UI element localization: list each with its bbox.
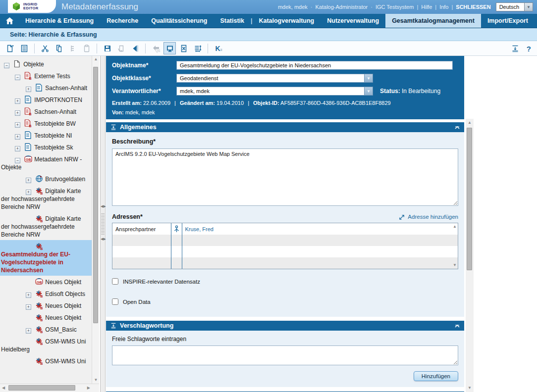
section-header-verschlagwortung[interactable]: Verschlagwortung bbox=[106, 321, 464, 331]
free-keywords-textarea[interactable] bbox=[112, 345, 458, 365]
address-row-empty[interactable] bbox=[112, 257, 458, 269]
scroll-right-arrow[interactable]: ▶ bbox=[87, 386, 90, 390]
objektname-input[interactable] bbox=[176, 61, 453, 70]
nav-item-hierarchie[interactable]: Hierarchie & Erfassung bbox=[19, 14, 100, 28]
verantwortlicher-select[interactable] bbox=[176, 87, 365, 96]
expand-expander-icon[interactable] bbox=[26, 178, 31, 183]
objektklasse-dropdown-button[interactable]: ▼ bbox=[365, 74, 373, 83]
tree-item-digitale-karte-1[interactable]: B Digitale Karte der hochwassergefaehrde… bbox=[0, 185, 92, 212]
tree-item-externe-tests[interactable]: B Externe Tests bbox=[0, 70, 92, 82]
address-row-empty[interactable] bbox=[112, 246, 458, 257]
tree-item-objekte[interactable]: Objekte bbox=[0, 58, 92, 70]
tree-item-digitale-karte-2[interactable]: B Digitale Karte der hochwassergefaehrde… bbox=[0, 212, 92, 240]
copy-button[interactable] bbox=[53, 42, 65, 54]
collapse-section-icon[interactable] bbox=[454, 125, 460, 130]
nav-item-katalogverwaltung[interactable]: Katalogverwaltung bbox=[252, 14, 321, 28]
inspire-checkbox[interactable] bbox=[112, 278, 118, 285]
expand-expander-icon[interactable] bbox=[15, 134, 20, 140]
tree-item-testobjekte-ni[interactable]: Testobjekte NI bbox=[0, 129, 92, 141]
save-button[interactable] bbox=[101, 42, 113, 54]
tree-item-metadaten-nrw[interactable]: GB Metadaten NRW - Objekte bbox=[0, 153, 92, 173]
nav-item-nutzerverwaltung[interactable]: Nutzerverwaltung bbox=[321, 14, 385, 28]
opendata-checkbox[interactable] bbox=[112, 298, 118, 305]
splitter-collapse-arrows[interactable]: ◀▶ bbox=[101, 204, 105, 208]
expand-expander-icon[interactable] bbox=[26, 293, 31, 298]
expand-expander-icon[interactable] bbox=[26, 328, 31, 334]
collapse-expander-icon[interactable] bbox=[4, 63, 9, 68]
preview-document-button[interactable] bbox=[18, 42, 30, 54]
help-icon[interactable]: ? bbox=[527, 45, 531, 53]
address-name-cell[interactable]: Kruse, Fred bbox=[182, 223, 458, 235]
beschreibung-textarea[interactable]: ArcIMS 9.2.0 EU-Vogelschutzgebiete Web M… bbox=[112, 148, 458, 206]
tree-item-brutvogeldaten[interactable]: Brutvogeldaten bbox=[0, 173, 92, 185]
add-keyword-button[interactable]: Hinzufügen bbox=[414, 371, 458, 381]
section-header-allgemeines[interactable]: Allgemeines bbox=[106, 122, 464, 132]
delete-object-button[interactable] bbox=[177, 42, 190, 54]
tree-item-osm-basic[interactable]: B OSM_Basic bbox=[0, 323, 92, 335]
expand-expander-icon[interactable] bbox=[15, 122, 20, 128]
tree-item-label: Testobjekte NI bbox=[34, 132, 72, 139]
expand-expander-icon[interactable] bbox=[26, 190, 31, 195]
tree-item-gesamtmeldung-selected[interactable]: B Gesamtmeldung der EU-Vogelschutzgebiet… bbox=[0, 240, 92, 276]
scroll-up-arrow[interactable]: ▲ bbox=[466, 121, 474, 125]
expand-expander-icon[interactable] bbox=[15, 98, 20, 104]
scroll-up-arrow[interactable]: ▲ bbox=[92, 57, 100, 61]
catalog-compare-button[interactable]: K bbox=[212, 42, 224, 54]
back-button[interactable] bbox=[129, 42, 141, 54]
address-row[interactable]: Ansprechpartner Kruse, Fred bbox=[112, 223, 458, 235]
cut-button[interactable] bbox=[39, 42, 51, 54]
tree-item-osm-wms-heidelberg[interactable]: B OSM-WMS Uni Heidelberg bbox=[0, 335, 92, 355]
help-link[interactable]: Hilfe bbox=[421, 4, 432, 10]
scrollbar-thumb[interactable] bbox=[8, 385, 75, 391]
objektklasse-select[interactable] bbox=[176, 74, 365, 83]
tree-item-importknoten[interactable]: IMPORTKNOTEN bbox=[0, 94, 92, 105]
scrollbar-thumb[interactable] bbox=[467, 128, 472, 270]
table-scroll-down-arrow[interactable]: ▼ bbox=[453, 263, 457, 267]
sidebar-splitter[interactable]: ◀▶ ◀▶ bbox=[100, 56, 106, 392]
nav-item-import-export[interactable]: Import/Export bbox=[481, 14, 535, 28]
scroll-down-arrow[interactable]: ▼ bbox=[92, 378, 100, 382]
tree-item-neues-objekt-2[interactable]: B Neues Objekt bbox=[0, 299, 92, 311]
tree-item-testobjekte-sk[interactable]: Testobjekte Sk bbox=[0, 141, 92, 153]
tree-item-sachsen-anhalt-1[interactable]: Sachsen-Anhalt bbox=[0, 82, 92, 94]
expander-placeholder bbox=[26, 279, 31, 285]
address-type-cell: Ansprechpartner bbox=[112, 223, 171, 235]
verantwortlicher-dropdown-button[interactable]: ▼ bbox=[365, 87, 373, 96]
nav-item-recherche[interactable]: Recherche bbox=[100, 14, 145, 28]
show-form-button[interactable] bbox=[163, 42, 176, 54]
tree-item-neues-objekt-3[interactable]: B Neues Objekt bbox=[0, 311, 92, 323]
breadcrumb: Seite: Hierarchie & Erfassung bbox=[0, 28, 537, 41]
expand-all-sections-button[interactable] bbox=[509, 43, 522, 55]
scrollbar-thumb[interactable] bbox=[93, 67, 98, 323]
table-scroll-up-arrow[interactable]: ▲ bbox=[453, 225, 457, 229]
sidebar-vertical-scrollbar: ▲ ▼ bbox=[92, 56, 99, 384]
expand-tree-button[interactable] bbox=[191, 42, 204, 54]
close-link[interactable]: SCHLIESSEN bbox=[456, 4, 490, 10]
tree-item-osm-wms-uni[interactable]: B OSM-WMS Uni bbox=[0, 355, 92, 367]
nav-item-gesamtkatalogmanagement[interactable]: Gesamtkatalogmanagement bbox=[385, 14, 481, 28]
tree-item-sachsen-anhalt-2[interactable]: B Sachsen-Anhalt bbox=[0, 105, 92, 117]
expand-expander-icon[interactable] bbox=[15, 110, 20, 116]
nav-item-qualitaetssicherung[interactable]: Qualitätssicherung bbox=[145, 14, 214, 28]
splitter-collapse-arrows[interactable]: ◀▶ bbox=[101, 237, 105, 241]
scroll-left-arrow[interactable]: ◀ bbox=[2, 386, 5, 390]
new-object-button[interactable] bbox=[4, 42, 16, 54]
language-select[interactable]: Deutsch bbox=[496, 2, 525, 11]
home-button[interactable] bbox=[0, 14, 19, 28]
expand-expander-icon[interactable] bbox=[26, 87, 31, 92]
collapse-expander-icon[interactable] bbox=[15, 158, 20, 163]
language-dropdown-button[interactable]: ▼ bbox=[525, 2, 533, 11]
tree-item-label: IMPORTKNOTEN bbox=[34, 97, 82, 103]
tree-item-edisoft-objects[interactable]: B Edisoft Objects bbox=[0, 288, 92, 299]
address-row-empty[interactable] bbox=[112, 235, 458, 246]
tree-item-neues-objekt-1[interactable]: GB Neues Objekt bbox=[0, 276, 92, 288]
info-link[interactable]: Info bbox=[439, 4, 448, 10]
tree-item-testobjekte-bw[interactable]: B Testobjekte BW bbox=[0, 117, 92, 129]
add-address-link[interactable]: Adresse hinzufügen bbox=[399, 214, 458, 220]
expand-expander-icon[interactable] bbox=[26, 304, 31, 310]
nav-item-statistik[interactable]: Statistik bbox=[214, 14, 251, 28]
collapse-section-icon[interactable] bbox=[454, 323, 460, 328]
collapse-expander-icon[interactable] bbox=[15, 75, 20, 80]
expand-expander-icon[interactable] bbox=[15, 146, 20, 151]
scroll-down-arrow[interactable]: ▼ bbox=[466, 386, 474, 390]
